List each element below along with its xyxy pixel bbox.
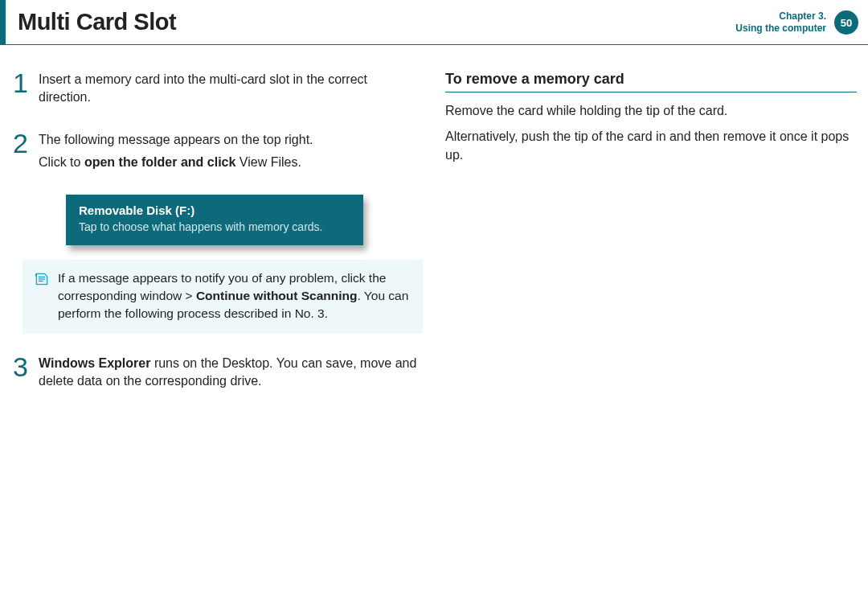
paragraph: Remove the card while holding the tip of… [445,102,857,120]
header-meta: Chapter 3. Using the computer 50 [735,0,858,45]
note-text: If a message appears to notify you of an… [58,269,411,322]
page-title: Multi Card Slot [18,9,176,35]
step-text: Insert a memory card into the multi-card… [39,71,423,107]
chapter-line1: Chapter 3. [735,10,826,23]
step-number: 3 [11,353,39,396]
step-3: 3 Windows Explorer runs on the Desktop. … [11,353,423,396]
note-box: If a message appears to notify you of an… [23,260,423,333]
step-body: Insert a memory card into the multi-card… [39,69,423,112]
toast-container: Removable Disk (F:) Tap to choose what h… [66,195,423,246]
toast-body: Tap to choose what happens with memory c… [79,220,350,235]
step-body: Windows Explorer runs on the Desktop. Yo… [39,353,423,396]
chapter-label: Chapter 3. Using the computer [735,10,826,35]
step-number: 1 [11,69,39,112]
step-text: Windows Explorer runs on the Desktop. Yo… [39,355,423,391]
step-1: 1 Insert a memory card into the multi-ca… [11,69,423,112]
chapter-line2: Using the computer [735,23,826,35]
page-header: Multi Card Slot Chapter 3. Using the com… [0,0,868,45]
paragraph: Alternatively, push the tip of the card … [445,128,857,164]
header-accent-bar [0,0,6,45]
left-column: 1 Insert a memory card into the multi-ca… [11,69,423,413]
toast-title: Removable Disk (F:) [79,203,350,217]
right-column: To remove a memory card Remove the card … [445,69,857,413]
step-text-line2: Click to open the folder and click View … [39,154,423,171]
section-heading: To remove a memory card [445,71,857,92]
content-area: 1 Insert a memory card into the multi-ca… [0,45,868,413]
step-number: 2 [11,129,39,177]
removable-disk-toast[interactable]: Removable Disk (F:) Tap to choose what h… [66,195,363,246]
step-2: 2 The following message appears on the t… [11,129,423,177]
step-body: The following message appears on the top… [39,129,423,177]
step-text-line1: The following message appears on the top… [39,131,423,149]
page-number-badge: 50 [834,10,858,35]
note-icon [34,271,53,322]
